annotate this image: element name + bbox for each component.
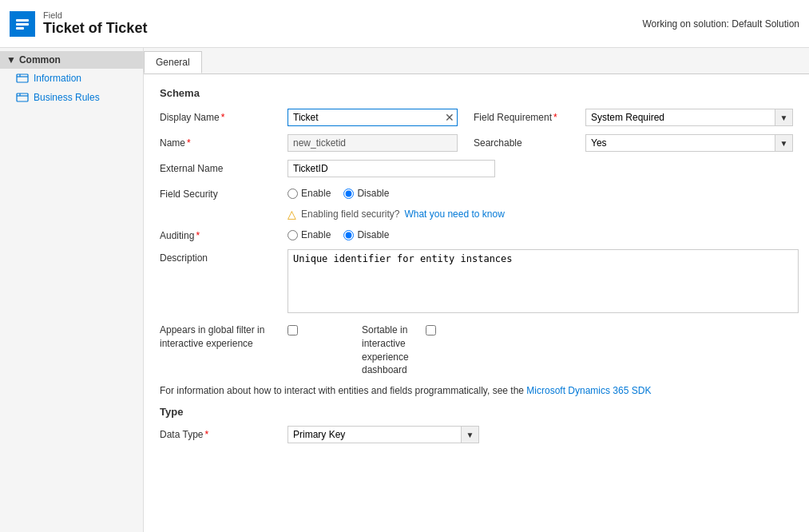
display-name-input[interactable] [288,109,458,126]
field-security-label: Field Security [160,185,288,200]
header-left: Field Ticket of Ticket [10,10,147,37]
searchable-select-wrapper: Yes No ▼ [585,134,793,152]
schema-section-title: Schema [160,87,793,99]
field-security-disable-option[interactable]: Disable [343,188,389,199]
display-name-label: Display Name* [160,109,288,123]
svg-rect-0 [16,19,29,22]
name-label: Name* [160,134,288,149]
form-container: Schema Display Name* ✕ Field Require [144,74,809,464]
description-label: Description [160,249,288,264]
field-requirement-select[interactable]: System Required Business Required Busine… [586,109,792,125]
app-header: Field Ticket of Ticket Working on soluti… [0,0,809,48]
sidebar: ▼ Common Information [0,48,144,532]
auditing-enable-option[interactable]: Enable [288,229,331,240]
display-name-input-wrapper: ✕ [288,109,458,126]
field-security-radio-group: Enable Disable [288,185,793,199]
searchable-select[interactable]: Yes No [586,135,792,151]
body: ▼ Common Information [0,48,809,532]
global-filter-checkbox-wrapper [288,324,298,338]
data-type-control: Primary Key ▼ [288,426,793,443]
sidebar-section-common[interactable]: ▼ Common [0,51,143,69]
description-control: Unique identifier for entity instances [288,249,799,316]
field-icon [10,11,35,37]
external-name-control [288,160,793,177]
svg-rect-6 [17,93,28,101]
title-top: Field [43,10,147,20]
info-text: For information about how to interact wi… [160,385,793,396]
svg-rect-2 [16,27,24,30]
external-name-label: External Name [160,160,288,174]
information-icon [16,72,29,85]
working-on-label: Working on solution: Default Solution [642,18,799,30]
searchable-control: Yes No ▼ [585,134,793,152]
title-main: Ticket of Ticket [43,20,147,37]
type-section-title: Type [160,406,793,418]
warning-text: Enabling field security? [301,208,399,220]
svg-rect-1 [16,23,29,26]
auditing-enable-radio[interactable] [288,230,298,240]
header-title: Field Ticket of Ticket [43,10,147,37]
auditing-disable-option[interactable]: Disable [343,229,389,240]
description-textarea[interactable]: Unique identifier for entity instances [288,249,799,313]
sidebar-information-label: Information [34,73,81,84]
warning-icon: △ [288,208,296,220]
display-name-row: Display Name* ✕ Field Requirement* [160,109,793,126]
global-filter-label: Appears in global filter in interactive … [160,324,288,351]
data-type-select-wrapper: Primary Key ▼ [288,426,479,443]
external-name-input[interactable] [288,160,495,177]
field-requirement-label: Field Requirement* [458,109,585,123]
field-requirement-control: System Required Business Required Busine… [585,109,793,126]
auditing-disable-radio[interactable] [343,230,354,240]
sdk-link[interactable]: Microsoft Dynamics 365 SDK [526,385,651,396]
tabs-bar: General [144,48,809,74]
field-requirement-select-wrapper: System Required Business Required Busine… [585,109,793,126]
warning-link[interactable]: What you need to know [404,208,504,220]
rules-icon [16,91,29,104]
name-row: Name* Searchable Yes No [160,134,793,152]
name-input [288,134,458,152]
data-type-row: Data Type* Primary Key ▼ [160,426,793,443]
data-type-select[interactable]: Primary Key [288,427,478,443]
svg-rect-3 [17,74,28,82]
sidebar-section-label: Common [19,54,61,66]
field-security-row: Field Security Enable Disable [160,185,793,200]
auditing-row: Auditing* Enable Disable [160,227,793,241]
sidebar-business-rules-label: Business Rules [34,92,100,103]
field-security-enable-option[interactable]: Enable [288,188,331,199]
sidebar-item-business-rules[interactable]: Business Rules [0,88,143,107]
sortable-label: Sortable in interactive experience dashb… [298,324,426,377]
sidebar-item-information[interactable]: Information [0,69,143,88]
description-row: Description Unique identifier for entity… [160,249,793,316]
collapse-icon: ▼ [6,54,16,66]
searchable-label: Searchable [458,134,585,149]
data-type-label: Data Type* [160,426,288,440]
auditing-label: Auditing* [160,227,288,241]
display-name-control: ✕ [288,109,458,126]
warning-row: △ Enabling field security? What you need… [288,208,793,220]
field-security-disable-radio[interactable] [343,189,354,199]
global-filter-checkbox[interactable] [288,325,298,335]
field-security-enable-radio[interactable] [288,189,298,199]
auditing-radio-group: Enable Disable [288,227,793,240]
external-name-row: External Name [160,160,793,177]
checkbox-row: Appears in global filter in interactive … [160,324,793,377]
sortable-checkbox-wrapper [426,324,436,338]
name-control [288,134,458,152]
sortable-checkbox[interactable] [426,325,436,335]
display-name-clear-button[interactable]: ✕ [445,112,454,123]
main-content: General Schema Display Name* ✕ [144,48,809,532]
tab-general[interactable]: General [144,51,202,73]
